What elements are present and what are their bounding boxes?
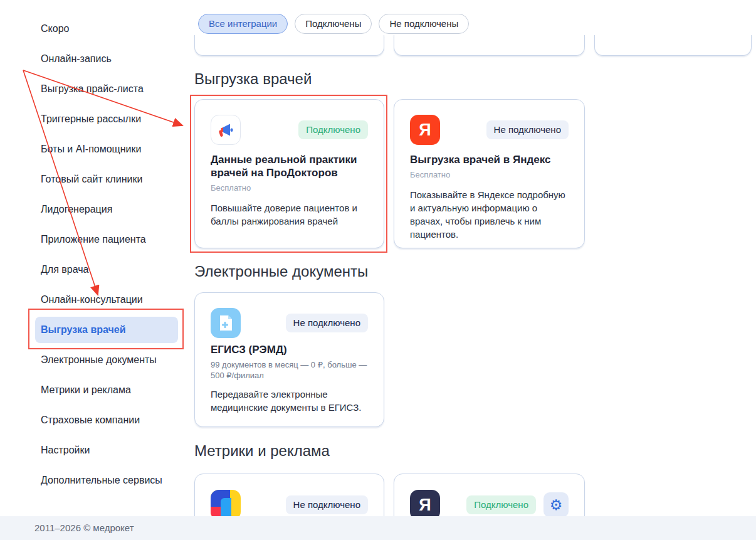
card-fragment[interactable] bbox=[594, 35, 752, 56]
sidebar-item-insurance[interactable]: Страховые компании bbox=[41, 411, 140, 430]
gear-icon: ⚙ bbox=[550, 498, 563, 512]
section-title-e-docs: Электронные документы bbox=[194, 263, 368, 280]
card-title: Данные реальной практики врачей на ПроДо… bbox=[211, 153, 368, 179]
sidebar-item-skoro[interactable]: Скоро bbox=[41, 19, 69, 38]
sidebar-item-trigger-mail[interactable]: Триггерные рассылки bbox=[41, 110, 141, 129]
status-badge: Не подключено bbox=[486, 120, 569, 139]
sidebar-item-online-zapis[interactable]: Онлайн-запись bbox=[41, 50, 112, 68]
status-badge: Подключено bbox=[466, 495, 536, 514]
filter-chip-all[interactable]: Все интеграции bbox=[198, 14, 288, 34]
integrations-page: Скоро Онлайн-запись Выгрузка прайс-листа… bbox=[0, 0, 756, 540]
yandex-letter: Я bbox=[419, 120, 431, 140]
status-badge: Не подключено bbox=[286, 314, 368, 332]
card-description: Показывайте в Яндексе подробную и актуал… bbox=[410, 188, 569, 241]
yandex-metrica-icon: Я bbox=[410, 490, 440, 520]
sidebar-item-doctors-upload[interactable]: Выгрузка врачей bbox=[35, 317, 178, 343]
sidebar-item-e-docs[interactable]: Электронные документы bbox=[41, 351, 157, 369]
settings-button[interactable]: ⚙ bbox=[543, 492, 569, 517]
sidebar-item-extra-services[interactable]: Дополнительные сервисы bbox=[41, 471, 162, 490]
card-price: Бесплатно bbox=[211, 183, 368, 193]
integration-filters: Все интеграции Подключены Не подключены bbox=[198, 14, 469, 34]
card-price: 99 документов в месяц — 0 ₽, больше — 50… bbox=[211, 359, 368, 381]
status-badge: Не подключено bbox=[286, 495, 368, 514]
section-title-metrics-ads: Метрики и реклама bbox=[194, 442, 330, 460]
yandex-letter: Я bbox=[419, 495, 431, 515]
yandex-letter-icon: Я bbox=[410, 115, 440, 145]
integration-card-egisz[interactable]: Не подключено ЕГИСЗ (РЭМД) 99 документов… bbox=[194, 292, 384, 427]
card-fragment[interactable] bbox=[194, 35, 384, 56]
card-description: Повышайте доверие пациентов и баллы ранж… bbox=[211, 201, 368, 228]
color-blocks-logo-icon bbox=[211, 490, 241, 520]
sidebar-item-price-list[interactable]: Выгрузка прайс-листа bbox=[41, 80, 144, 98]
sidebar-item-metrics-ads[interactable]: Метрики и реклама bbox=[41, 381, 131, 400]
sidebar-item-for-doctor[interactable]: Для врача bbox=[41, 260, 88, 279]
copyright-text: 2011–2026 © медрокет bbox=[34, 516, 134, 540]
card-fragment[interactable] bbox=[394, 35, 585, 56]
card-price: Бесплатно bbox=[410, 169, 569, 180]
footer: 2011–2026 © медрокет bbox=[0, 516, 756, 540]
sidebar-item-patient-app[interactable]: Приложение пациента bbox=[41, 230, 146, 249]
filter-chip-connected[interactable]: Подключены bbox=[295, 14, 372, 34]
section-title-doctors-upload: Выгрузка врачей bbox=[194, 70, 312, 88]
prodoctorov-megaphone-icon bbox=[211, 115, 241, 145]
card-title: Выгрузка врачей в Яндекс bbox=[410, 153, 569, 166]
card-title: ЕГИСЗ (РЭМД) bbox=[211, 343, 368, 356]
sidebar-item-online-consult[interactable]: Онлайн-консультации bbox=[41, 290, 143, 309]
document-plus-icon bbox=[211, 308, 241, 338]
status-badge: Подключено bbox=[298, 120, 368, 139]
sidebar-item-clinic-site[interactable]: Готовый сайт клиники bbox=[41, 170, 142, 189]
sidebar-item-bots-ai[interactable]: Боты и AI-помощники bbox=[41, 140, 141, 159]
integration-card-yandex-doctors[interactable]: Я Не подключено Выгрузка врачей в Яндекс… bbox=[394, 99, 585, 248]
card-description: Передавайте электронные медицинские доку… bbox=[211, 388, 368, 414]
integration-card-prodoctorov[interactable]: Подключено Данные реальной практики врач… bbox=[194, 99, 384, 248]
filter-chip-not-connected[interactable]: Не подключены bbox=[379, 14, 469, 34]
sidebar-item-leadgen[interactable]: Лидогенерация bbox=[41, 200, 112, 219]
sidebar-item-settings[interactable]: Настройки bbox=[41, 441, 90, 460]
